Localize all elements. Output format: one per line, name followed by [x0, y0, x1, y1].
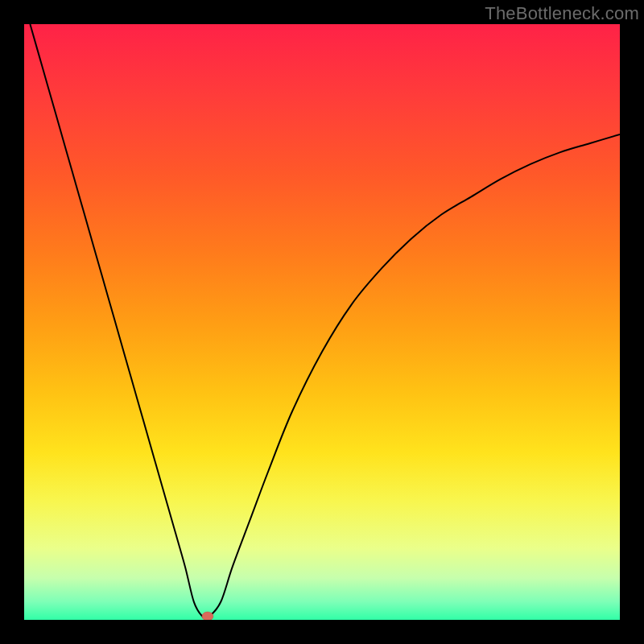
watermark-text: TheBottleneck.com [485, 3, 639, 24]
plot-area [24, 24, 620, 620]
background-gradient [24, 24, 620, 620]
chart-frame: TheBottleneck.com [0, 0, 644, 644]
svg-rect-0 [24, 24, 620, 620]
